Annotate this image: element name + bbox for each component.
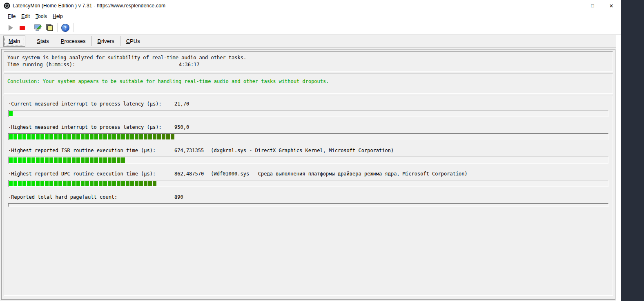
bar-segment — [81, 181, 85, 186]
maximize-button[interactable]: □ — [583, 0, 602, 11]
close-button[interactable]: ✕ — [602, 0, 621, 11]
bar-segment — [54, 134, 58, 139]
latency-bar — [8, 203, 608, 207]
bar-segment — [36, 134, 40, 139]
bar-segment — [40, 157, 44, 163]
conclusion-panel: Conclusion: Your system appears to be su… — [4, 74, 613, 94]
copy-report-button[interactable] — [44, 22, 55, 33]
analysis-status-text: Your system is being analyzed for suitab… — [7, 54, 609, 61]
bar-segment — [67, 134, 71, 139]
bar-segment — [85, 134, 89, 139]
bar-segment — [153, 181, 156, 186]
bar-segment — [49, 157, 53, 163]
bar-segment — [49, 181, 53, 186]
menu-item-file[interactable]: File — [5, 12, 18, 20]
workspace: MainStatsProcessesDriversCPUs Your syste… — [0, 35, 616, 301]
bar-segment — [166, 134, 170, 139]
bar-segment — [103, 181, 107, 186]
bar-segment — [31, 181, 35, 186]
measurement-value: 890 — [174, 194, 183, 201]
bar-segment — [31, 157, 35, 163]
bar-segment — [72, 134, 76, 139]
tab-stats[interactable]: Stats — [31, 36, 55, 46]
menu-item-edit[interactable]: Edit — [18, 12, 33, 20]
measurement-value: 21,70 — [174, 101, 189, 108]
bar-segment — [153, 134, 156, 139]
measurement-value: 674,731355 — [174, 147, 204, 154]
bar-segment — [112, 181, 116, 186]
bar-segment — [157, 134, 161, 139]
bar-segment — [72, 181, 76, 186]
conclusion-text: Conclusion: Your system appears to be su… — [7, 77, 609, 90]
bar-segment — [22, 181, 26, 186]
help-icon: ? — [61, 24, 69, 32]
bar-segment — [130, 134, 134, 139]
measurement-row: ·Current measured interrupt to process l… — [8, 101, 608, 117]
bar-segment — [9, 134, 13, 139]
bar-segment — [67, 157, 71, 163]
bar-segment — [31, 134, 35, 139]
toolbar-separator — [30, 23, 30, 32]
bar-segment — [90, 181, 94, 186]
bar-segment — [27, 181, 31, 186]
bar-segment — [9, 181, 13, 186]
bar-segment — [36, 181, 40, 186]
measurement-value: 950,0 — [174, 124, 189, 131]
stop-monitor-button[interactable] — [16, 22, 28, 33]
status-panel: Your system is being analyzed for suitab… — [4, 51, 613, 72]
start-monitor-button[interactable] — [5, 22, 16, 33]
bar-segment — [108, 157, 111, 163]
bar-segment — [130, 181, 134, 186]
bar-segment — [63, 157, 67, 163]
stop-icon — [20, 26, 25, 30]
tab-processes[interactable]: Processes — [55, 36, 92, 46]
bar-segment — [94, 181, 98, 186]
measurements-panel: ·Current measured interrupt to process l… — [4, 96, 613, 296]
time-running-value: 4:36:17 — [179, 61, 200, 68]
bar-segment — [112, 157, 116, 163]
measurement-label: ·Highest reported DPC routine execution … — [8, 171, 174, 177]
bar-segment — [45, 134, 49, 139]
title-bar[interactable]: LatencyMon (Home Edition ) v 7.31 - http… — [0, 0, 621, 11]
bar-segment — [63, 134, 67, 139]
menu-bar: FileEditToolsHelp — [0, 11, 621, 21]
bar-segment — [76, 181, 80, 186]
analyze-button[interactable] — [32, 22, 44, 33]
bar-segment — [121, 134, 125, 139]
bar-segment — [85, 181, 89, 186]
bar-segment — [22, 157, 26, 163]
menu-item-tools[interactable]: Tools — [33, 12, 50, 20]
bar-segment — [22, 134, 26, 139]
bar-segment — [126, 181, 129, 186]
bar-segment — [40, 181, 44, 186]
bar-segment — [103, 134, 107, 139]
measurement-label: ·Reported total hard pagefault count: — [8, 194, 174, 201]
time-running-row: Time running (h:mm:ss): 4:36:17 — [7, 61, 609, 68]
tab-main[interactable]: Main — [3, 36, 25, 47]
tab-cpus[interactable]: CPUs — [120, 36, 146, 46]
tab-bar: MainStatsProcessesDriversCPUs — [0, 35, 616, 48]
bar-segment — [171, 134, 174, 139]
minimize-button[interactable]: – — [564, 0, 583, 11]
latency-bar — [8, 157, 608, 164]
window-controls: – □ ✕ — [564, 0, 621, 11]
bar-segment — [99, 181, 103, 186]
bar-segment — [63, 181, 67, 186]
tab-drivers[interactable]: Drivers — [92, 36, 120, 46]
bar-segment — [103, 157, 107, 163]
bar-segment — [40, 134, 44, 139]
bar-segment — [13, 181, 17, 186]
bar-segment — [94, 134, 98, 139]
measurement-row: ·Reported total hard pagefault count: 89… — [8, 194, 608, 207]
bar-segment — [135, 134, 138, 139]
bar-segment — [144, 181, 147, 186]
time-running-label: Time running (h:mm:ss): — [7, 61, 179, 68]
bar-segment — [58, 134, 62, 139]
help-button[interactable]: ? — [60, 22, 71, 33]
screen: LatencyMon (Home Edition ) v 7.31 - http… — [0, 0, 644, 301]
play-icon — [9, 25, 13, 31]
bar-segment — [99, 134, 103, 139]
bar-segment — [162, 134, 165, 139]
menu-item-help[interactable]: Help — [50, 12, 66, 20]
bar-segment — [9, 111, 13, 116]
